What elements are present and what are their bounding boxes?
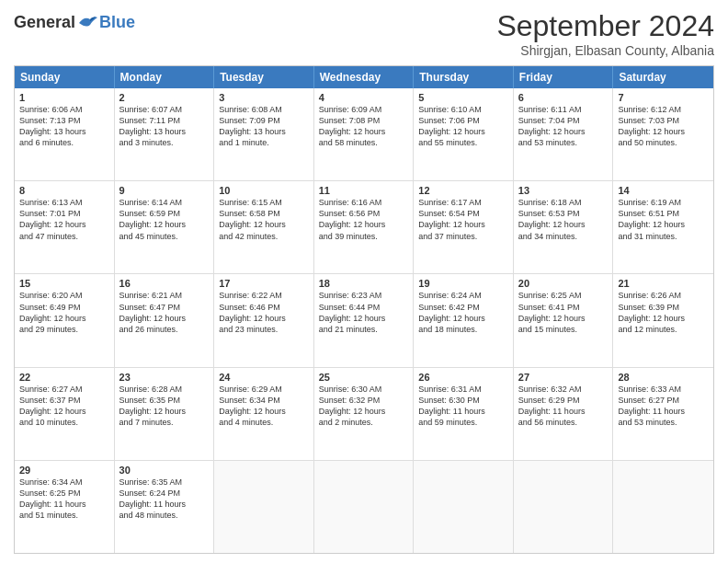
day-number: 15 xyxy=(19,278,109,289)
cal-cell xyxy=(314,461,415,553)
day-number: 2 xyxy=(119,92,210,103)
cal-cell: 6Sunrise: 6:11 AMSunset: 7:04 PMDaylight… xyxy=(514,88,614,180)
cell-info: Sunrise: 6:06 AMSunset: 7:13 PMDaylight:… xyxy=(19,104,109,149)
cell-info: Sunrise: 6:29 AMSunset: 6:34 PMDaylight:… xyxy=(219,384,309,429)
header-day-tuesday: Tuesday xyxy=(214,66,314,88)
cell-info: Sunrise: 6:21 AMSunset: 6:47 PMDaylight:… xyxy=(119,290,210,335)
day-number: 22 xyxy=(19,372,109,383)
cell-info: Sunrise: 6:20 AMSunset: 6:49 PMDaylight:… xyxy=(19,290,109,335)
day-number: 29 xyxy=(19,465,109,476)
day-number: 21 xyxy=(618,278,709,289)
cal-cell: 30Sunrise: 6:35 AMSunset: 6:24 PMDayligh… xyxy=(115,461,215,553)
logo-bird-icon xyxy=(77,14,99,32)
cal-row-3: 22Sunrise: 6:27 AMSunset: 6:37 PMDayligh… xyxy=(15,367,713,460)
cell-info: Sunrise: 6:07 AMSunset: 7:11 PMDaylight:… xyxy=(119,104,210,149)
cell-info: Sunrise: 6:28 AMSunset: 6:35 PMDaylight:… xyxy=(119,384,210,429)
cell-info: Sunrise: 6:08 AMSunset: 7:09 PMDaylight:… xyxy=(219,104,309,149)
day-number: 9 xyxy=(119,185,210,196)
cal-row-1: 8Sunrise: 6:13 AMSunset: 7:01 PMDaylight… xyxy=(15,180,713,273)
cal-cell xyxy=(214,461,314,553)
cal-cell: 25Sunrise: 6:30 AMSunset: 6:32 PMDayligh… xyxy=(314,368,415,460)
cal-row-0: 1Sunrise: 6:06 AMSunset: 7:13 PMDaylight… xyxy=(15,88,713,180)
cal-cell: 26Sunrise: 6:31 AMSunset: 6:30 PMDayligh… xyxy=(414,368,514,460)
month-title: September 2024 xyxy=(496,9,714,43)
cal-cell: 7Sunrise: 6:12 AMSunset: 7:03 PMDaylight… xyxy=(613,88,713,180)
title-section: September 2024 Shirgjan, Elbasan County,… xyxy=(496,9,714,58)
cal-cell: 16Sunrise: 6:21 AMSunset: 6:47 PMDayligh… xyxy=(115,274,215,366)
cell-info: Sunrise: 6:33 AMSunset: 6:27 PMDaylight:… xyxy=(618,384,709,429)
header-day-saturday: Saturday xyxy=(613,66,713,88)
cell-info: Sunrise: 6:19 AMSunset: 6:51 PMDaylight:… xyxy=(618,197,709,242)
cell-info: Sunrise: 6:32 AMSunset: 6:29 PMDaylight:… xyxy=(518,384,609,429)
cal-cell: 14Sunrise: 6:19 AMSunset: 6:51 PMDayligh… xyxy=(613,181,713,273)
cal-cell: 13Sunrise: 6:18 AMSunset: 6:53 PMDayligh… xyxy=(514,181,614,273)
day-number: 5 xyxy=(418,92,508,103)
cal-cell: 9Sunrise: 6:14 AMSunset: 6:59 PMDaylight… xyxy=(115,181,215,273)
logo: General Blue xyxy=(14,9,135,32)
cell-info: Sunrise: 6:34 AMSunset: 6:25 PMDaylight:… xyxy=(19,477,109,522)
cell-info: Sunrise: 6:26 AMSunset: 6:39 PMDaylight:… xyxy=(618,290,709,335)
header-day-friday: Friday xyxy=(514,66,614,88)
cal-row-4: 29Sunrise: 6:34 AMSunset: 6:25 PMDayligh… xyxy=(15,460,713,553)
day-number: 28 xyxy=(618,372,709,383)
calendar-body: 1Sunrise: 6:06 AMSunset: 7:13 PMDaylight… xyxy=(15,88,713,553)
cell-info: Sunrise: 6:16 AMSunset: 6:56 PMDaylight:… xyxy=(319,197,409,242)
cell-info: Sunrise: 6:27 AMSunset: 6:37 PMDaylight:… xyxy=(19,384,109,429)
cal-cell: 17Sunrise: 6:22 AMSunset: 6:46 PMDayligh… xyxy=(214,274,314,366)
cal-cell: 21Sunrise: 6:26 AMSunset: 6:39 PMDayligh… xyxy=(613,274,713,366)
day-number: 16 xyxy=(119,278,210,289)
header-day-thursday: Thursday xyxy=(414,66,514,88)
day-number: 20 xyxy=(518,278,609,289)
day-number: 24 xyxy=(219,372,309,383)
cal-cell: 5Sunrise: 6:10 AMSunset: 7:06 PMDaylight… xyxy=(414,88,514,180)
cal-cell: 27Sunrise: 6:32 AMSunset: 6:29 PMDayligh… xyxy=(514,368,614,460)
cal-cell xyxy=(414,461,514,553)
cal-cell: 29Sunrise: 6:34 AMSunset: 6:25 PMDayligh… xyxy=(15,461,115,553)
cal-cell: 15Sunrise: 6:20 AMSunset: 6:49 PMDayligh… xyxy=(15,274,115,366)
cell-info: Sunrise: 6:17 AMSunset: 6:54 PMDaylight:… xyxy=(418,197,508,242)
header: General Blue September 2024 Shirgjan, El… xyxy=(14,9,714,58)
cal-cell: 4Sunrise: 6:09 AMSunset: 7:08 PMDaylight… xyxy=(314,88,415,180)
cal-cell xyxy=(613,461,713,553)
day-number: 19 xyxy=(418,278,508,289)
day-number: 18 xyxy=(319,278,409,289)
cell-info: Sunrise: 6:22 AMSunset: 6:46 PMDaylight:… xyxy=(219,290,309,335)
day-number: 1 xyxy=(19,92,109,103)
day-number: 10 xyxy=(219,185,309,196)
cal-cell: 8Sunrise: 6:13 AMSunset: 7:01 PMDaylight… xyxy=(15,181,115,273)
day-number: 11 xyxy=(319,185,409,196)
cell-info: Sunrise: 6:09 AMSunset: 7:08 PMDaylight:… xyxy=(319,104,409,149)
cal-cell: 28Sunrise: 6:33 AMSunset: 6:27 PMDayligh… xyxy=(613,368,713,460)
day-number: 4 xyxy=(319,92,409,103)
day-number: 12 xyxy=(418,185,508,196)
cal-cell: 1Sunrise: 6:06 AMSunset: 7:13 PMDaylight… xyxy=(15,88,115,180)
cell-info: Sunrise: 6:13 AMSunset: 7:01 PMDaylight:… xyxy=(19,197,109,242)
cell-info: Sunrise: 6:24 AMSunset: 6:42 PMDaylight:… xyxy=(418,290,508,335)
day-number: 26 xyxy=(418,372,508,383)
cal-cell: 19Sunrise: 6:24 AMSunset: 6:42 PMDayligh… xyxy=(414,274,514,366)
cell-info: Sunrise: 6:30 AMSunset: 6:32 PMDaylight:… xyxy=(319,384,409,429)
location: Shirgjan, Elbasan County, Albania xyxy=(496,43,714,58)
cal-cell: 20Sunrise: 6:25 AMSunset: 6:41 PMDayligh… xyxy=(514,274,614,366)
cal-cell: 23Sunrise: 6:28 AMSunset: 6:35 PMDayligh… xyxy=(115,368,215,460)
day-number: 7 xyxy=(618,92,709,103)
day-number: 6 xyxy=(518,92,609,103)
cell-info: Sunrise: 6:11 AMSunset: 7:04 PMDaylight:… xyxy=(518,104,609,149)
cell-info: Sunrise: 6:31 AMSunset: 6:30 PMDaylight:… xyxy=(418,384,508,429)
day-number: 27 xyxy=(518,372,609,383)
cell-info: Sunrise: 6:10 AMSunset: 7:06 PMDaylight:… xyxy=(418,104,508,149)
header-day-wednesday: Wednesday xyxy=(314,66,415,88)
cal-cell: 10Sunrise: 6:15 AMSunset: 6:58 PMDayligh… xyxy=(214,181,314,273)
cal-cell xyxy=(514,461,614,553)
logo-general-text: General xyxy=(14,13,75,32)
day-number: 3 xyxy=(219,92,309,103)
day-number: 23 xyxy=(119,372,210,383)
cal-cell: 2Sunrise: 6:07 AMSunset: 7:11 PMDaylight… xyxy=(115,88,215,180)
day-number: 14 xyxy=(618,185,709,196)
cal-cell: 22Sunrise: 6:27 AMSunset: 6:37 PMDayligh… xyxy=(15,368,115,460)
day-number: 17 xyxy=(219,278,309,289)
header-day-sunday: Sunday xyxy=(15,66,115,88)
cell-info: Sunrise: 6:23 AMSunset: 6:44 PMDaylight:… xyxy=(319,290,409,335)
cell-info: Sunrise: 6:25 AMSunset: 6:41 PMDaylight:… xyxy=(518,290,609,335)
cal-cell: 3Sunrise: 6:08 AMSunset: 7:09 PMDaylight… xyxy=(214,88,314,180)
